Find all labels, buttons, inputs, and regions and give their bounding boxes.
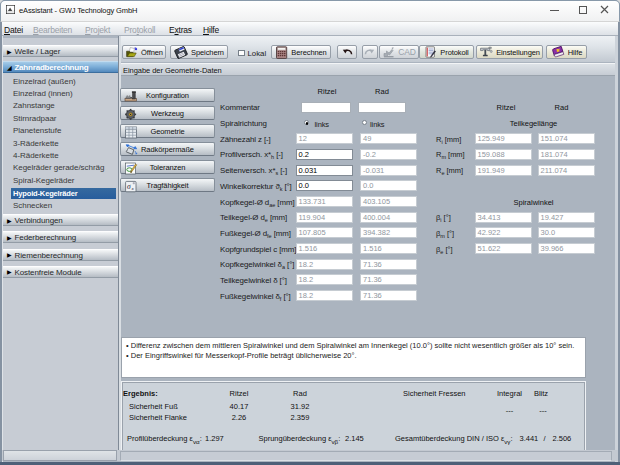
svg-text:σ: σ [127,181,131,190]
